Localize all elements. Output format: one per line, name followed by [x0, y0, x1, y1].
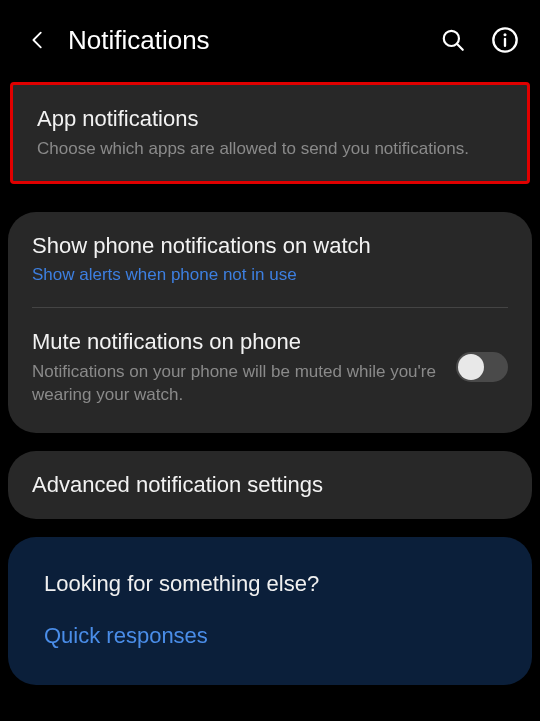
mute-on-phone-title: Mute notifications on phone: [32, 328, 440, 357]
mute-on-phone-text: Mute notifications on phone Notification…: [32, 328, 456, 406]
app-notifications-title: App notifications: [37, 105, 503, 134]
back-chevron-icon: [27, 29, 49, 51]
app-notifications-item: App notifications Choose which apps are …: [13, 85, 527, 181]
show-on-watch-title: Show phone notifications on watch: [32, 232, 508, 261]
show-on-watch-item[interactable]: Show phone notifications on watch Show a…: [8, 212, 532, 308]
header-bar: Notifications: [0, 0, 540, 76]
app-notifications-subtitle: Choose which apps are allowed to send yo…: [37, 138, 503, 161]
advanced-settings-item: Advanced notification settings: [8, 451, 532, 520]
header-actions: [438, 25, 520, 55]
mute-on-phone-toggle[interactable]: [456, 352, 508, 382]
toggle-knob: [458, 354, 484, 380]
mute-on-phone-item[interactable]: Mute notifications on phone Notification…: [8, 308, 532, 432]
info-button[interactable]: [490, 25, 520, 55]
svg-point-3: [503, 33, 506, 36]
page-title: Notifications: [68, 25, 438, 56]
info-icon: [491, 26, 519, 54]
search-button[interactable]: [438, 25, 468, 55]
quick-responses-link[interactable]: Quick responses: [44, 623, 496, 649]
back-button[interactable]: [20, 22, 56, 58]
svg-line-1: [457, 44, 462, 49]
footer-card: Looking for something else? Quick respon…: [8, 537, 532, 685]
watch-settings-card: Show phone notifications on watch Show a…: [8, 212, 532, 433]
footer-prompt: Looking for something else?: [44, 571, 496, 597]
advanced-settings-title: Advanced notification settings: [32, 471, 508, 500]
advanced-settings-card[interactable]: Advanced notification settings: [8, 451, 532, 520]
app-notifications-card[interactable]: App notifications Choose which apps are …: [10, 82, 530, 184]
search-icon: [440, 27, 466, 53]
mute-on-phone-subtitle: Notifications on your phone will be mute…: [32, 361, 440, 407]
show-on-watch-subtitle: Show alerts when phone not in use: [32, 264, 508, 287]
